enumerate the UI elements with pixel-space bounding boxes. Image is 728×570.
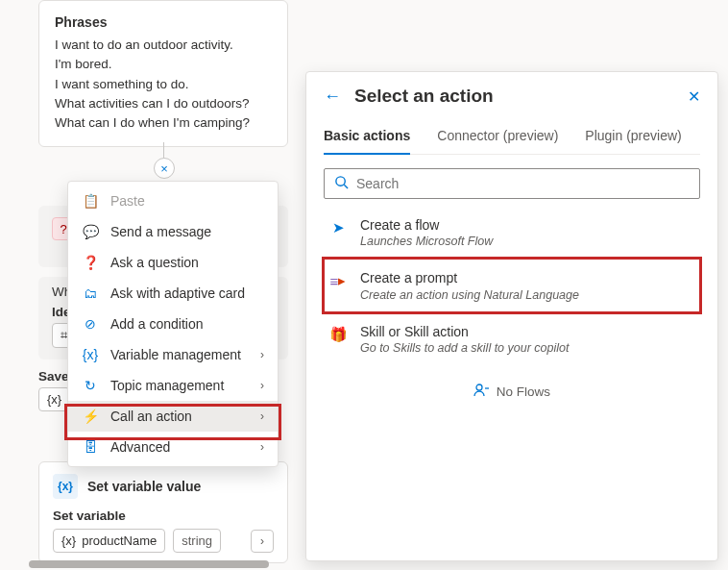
phrases-card: Phrases I want to do an outdoor activity…: [38, 0, 288, 147]
menu-item-add-condition[interactable]: ⊘ Add a condition: [68, 309, 278, 339]
no-flows-text: No Flows: [497, 384, 550, 399]
action-create-prompt[interactable]: ≡▸ Create a prompt Create an action usin…: [324, 259, 700, 311]
action-desc: Create an action using Natural Language: [360, 287, 579, 303]
panel-title: Select an action: [354, 86, 674, 107]
search-input[interactable]: [356, 176, 690, 191]
variable-icon: {x}: [61, 533, 76, 548]
menu-item-paste: 📋 Paste: [68, 186, 278, 216]
skill-icon: 🎁: [328, 324, 349, 345]
svg-line-1: [344, 185, 348, 188]
chevron-right-icon: ›: [260, 409, 264, 423]
menu-item-label: Call an action: [110, 409, 192, 424]
action-create-flow[interactable]: ➤ Create a flow Launches Microsoft Flow: [324, 207, 700, 259]
variable-icon: {x}: [53, 474, 78, 499]
menu-item-ask-question[interactable]: ❓ Ask a question: [68, 247, 278, 278]
paste-icon: 📋: [82, 193, 99, 209]
action-title: Create a flow: [360, 216, 493, 234]
close-icon: ×: [160, 161, 168, 176]
card-icon: 🗂: [82, 285, 99, 301]
node-title: Set variable value: [87, 479, 201, 494]
chevron-right-icon: ›: [260, 348, 264, 361]
menu-item-label: Ask a question: [110, 255, 199, 270]
menu-item-adaptive-card[interactable]: 🗂 Ask with adaptive card: [68, 278, 278, 309]
menu-item-variable-management[interactable]: {x} Variable management ›: [68, 339, 278, 370]
add-node-context-menu: 📋 Paste 💬 Send a message ❓ Ask a questio…: [67, 181, 279, 467]
menu-item-label: Send a message: [110, 224, 211, 239]
phrase-line: What can I do when I'm camping?: [55, 113, 272, 133]
briefcase-icon: 🗄: [82, 439, 99, 455]
set-variable-node[interactable]: {x} Set variable value Set variable {x} …: [38, 461, 288, 563]
close-panel-button[interactable]: ✕: [688, 87, 700, 106]
phrase-line: I want to do an outdoor activity.: [55, 36, 272, 55]
menu-item-label: Advanced: [110, 439, 170, 455]
variable-icon: {x}: [47, 392, 61, 407]
menu-item-topic-management[interactable]: ↻ Topic management ›: [68, 370, 278, 401]
question-icon: ❓: [82, 255, 99, 270]
action-desc: Go to Skills to add a skill to your copi…: [360, 340, 569, 356]
tab-plugin[interactable]: Plugin (preview): [585, 122, 681, 154]
action-desc: Launches Microsoft Flow: [360, 234, 493, 249]
variable-type-pill: string: [173, 529, 221, 553]
phrase-line: I want something to do.: [55, 75, 272, 94]
phrases-title: Phrases: [55, 14, 272, 30]
menu-item-advanced[interactable]: 🗄 Advanced ›: [68, 432, 278, 462]
flow-icon: ➤: [328, 217, 349, 238]
actions-list: ➤ Create a flow Launches Microsoft Flow …: [324, 207, 700, 365]
person-icon: [473, 383, 489, 401]
action-title: Create a prompt: [360, 269, 579, 286]
menu-item-label: Ask with adaptive card: [110, 285, 245, 301]
expand-variable-button[interactable]: ›: [251, 530, 274, 553]
connector-line: [163, 142, 164, 158]
branch-icon: ⊘: [82, 316, 99, 332]
chevron-right-icon: ›: [260, 440, 264, 454]
search-box[interactable]: [324, 168, 700, 199]
lightning-icon: ⚡: [82, 409, 99, 424]
menu-item-label: Add a condition: [110, 316, 204, 332]
grid-icon: ⌗: [61, 328, 67, 343]
menu-item-label: Topic management: [110, 378, 224, 393]
set-variable-label: Set variable: [53, 508, 274, 523]
search-icon: [334, 175, 349, 192]
remove-node-button[interactable]: ×: [154, 158, 175, 179]
variable-name: productName: [82, 533, 157, 548]
menu-item-call-action[interactable]: ⚡ Call an action ›: [68, 401, 278, 432]
chevron-right-icon: ›: [260, 379, 264, 392]
action-title: Skill or Skill action: [360, 323, 569, 340]
variable-name-pill[interactable]: {x} productName: [53, 529, 165, 553]
tab-connector[interactable]: Connector (preview): [437, 122, 558, 154]
menu-item-label: Variable management: [110, 347, 241, 362]
variable-icon: {x}: [82, 347, 99, 362]
tab-basic-actions[interactable]: Basic actions: [324, 122, 410, 155]
panel-tabs: Basic actions Connector (preview) Plugin…: [324, 122, 700, 155]
menu-item-label: Paste: [110, 193, 145, 209]
save-variable-chip[interactable]: {x}: [38, 387, 70, 411]
back-button[interactable]: ←: [324, 87, 341, 107]
no-flows-message: No Flows: [324, 383, 700, 401]
variable-type: string: [182, 533, 212, 548]
action-skill[interactable]: 🎁 Skill or Skill action Go to Skills to …: [324, 312, 700, 365]
select-action-panel: ← Select an action ✕ Basic actions Conne…: [305, 71, 718, 561]
phrase-line: I'm bored.: [55, 55, 272, 74]
svg-point-2: [476, 384, 482, 390]
menu-item-send-message[interactable]: 💬 Send a message: [68, 216, 278, 247]
topic-icon: ↻: [82, 378, 99, 393]
prompt-icon: ≡▸: [328, 270, 349, 291]
chat-icon: 💬: [82, 224, 99, 239]
scrollbar-thumb[interactable]: [29, 560, 269, 568]
svg-point-0: [336, 177, 345, 186]
phrase-line: What activities can I do outdoors?: [55, 94, 272, 113]
